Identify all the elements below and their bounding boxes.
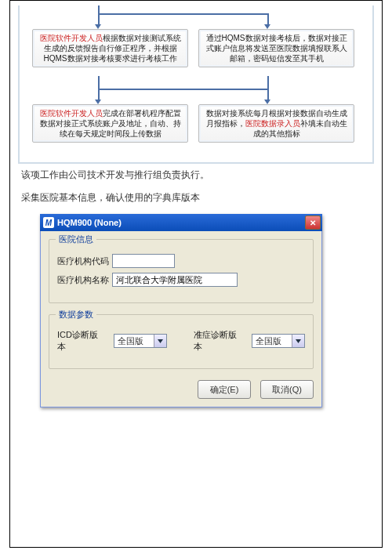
button-label: 取消(Q) <box>272 384 302 396</box>
connector <box>98 5 100 13</box>
dialog-titlebar: M HQM900 (None) ✕ <box>40 214 322 231</box>
chevron-down-icon <box>292 335 304 347</box>
dialog-body: 医院信息 医疗机构代码 医疗机构名称 数据参数 ICD诊断版本 全国版 <box>40 231 322 407</box>
flow-box-bot-left: 医院软件开发人员完成在部署机程序配置数据对接正式系统账户及地址，自动、持续在每天… <box>32 104 188 143</box>
app-icon: M <box>43 217 54 228</box>
flowchart: 医院软件开发人员根据数据对接测试系统生成的反馈报告自行修正程序，并根据HQMS数… <box>18 5 374 164</box>
dialog-window: M HQM900 (None) ✕ 医院信息 医疗机构代码 医疗机构名称 数据参… <box>40 214 322 407</box>
connector <box>98 13 269 15</box>
group-title: 数据参数 <box>56 309 96 320</box>
combo-value: 全国版 <box>252 335 292 347</box>
org-name-input[interactable] <box>112 273 238 287</box>
cancel-button[interactable]: 取消(Q) <box>260 380 314 399</box>
flow-highlight: 医院软件开发人员 <box>40 34 103 42</box>
group-hospital-info: 医院信息 医疗机构代码 医疗机构名称 <box>49 239 314 303</box>
svg-marker-0 <box>158 339 163 343</box>
flow-box-bot-right: 数据对接系统每月根据对接数据自动生成月报指标，医院数据录入员补填未自动生成的其他… <box>198 104 354 143</box>
icd-version-select[interactable]: 全国版 <box>114 334 167 348</box>
close-button[interactable]: ✕ <box>305 215 321 230</box>
chevron-down-icon <box>154 335 166 347</box>
connector <box>267 76 269 89</box>
ok-button[interactable]: 确定(E) <box>198 380 251 399</box>
group-title: 医院信息 <box>56 234 96 245</box>
tcm-label: 准症诊断版本 <box>194 329 241 353</box>
tcm-version-select[interactable]: 全国版 <box>252 334 305 348</box>
flow-box-top-right: 通过HQMS数据对接考核后，数据对接正式账户信息将发送至医院数据填报联系人邮箱，… <box>198 29 354 67</box>
paragraph-2: 采集医院基本信息，确认使用的字典库版本 <box>21 191 374 205</box>
flow-highlight: 医院数据录入员 <box>245 119 300 128</box>
org-name-label: 医疗机构名称 <box>57 274 109 286</box>
connector <box>98 89 269 90</box>
flow-text: 通过HQMS数据对接考核后，数据对接正式账户信息将发送至医院数据填报联系人邮箱，… <box>206 34 347 63</box>
paragraph-1: 该项工作由公司技术开发与推行组负责执行。 <box>21 168 374 182</box>
connector <box>98 76 100 89</box>
flow-box-top-left: 医院软件开发人员根据数据对接测试系统生成的反馈报告自行修正程序，并根据HQMS数… <box>32 29 188 67</box>
flow-highlight: 医院软件开发人员 <box>40 109 103 118</box>
org-code-input[interactable] <box>112 254 175 268</box>
org-code-label: 医疗机构代码 <box>57 255 109 267</box>
group-data-params: 数据参数 ICD诊断版本 全国版 准症诊断版本 全国版 <box>49 314 314 369</box>
svg-marker-1 <box>296 339 301 343</box>
close-icon: ✕ <box>310 219 316 227</box>
dialog-title: HQM900 (None) <box>57 218 305 227</box>
combo-value: 全国版 <box>114 335 154 347</box>
button-label: 确定(E) <box>210 384 239 396</box>
icd-label: ICD诊断版本 <box>57 329 103 353</box>
